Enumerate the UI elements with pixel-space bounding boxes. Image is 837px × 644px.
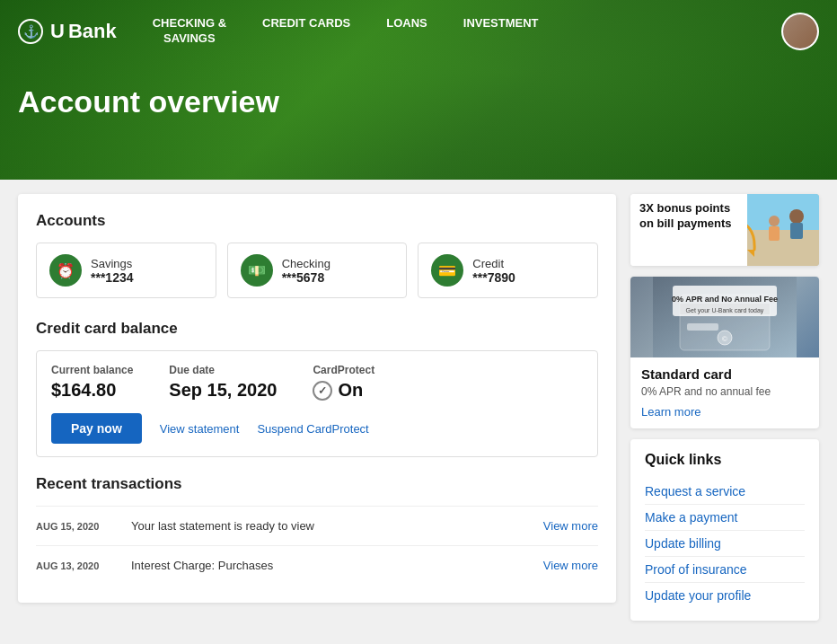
due-date-value: Sep 15, 2020 bbox=[169, 380, 277, 401]
page-title: Account overview bbox=[0, 63, 837, 119]
checking-number: ***5678 bbox=[282, 270, 330, 285]
avatar-image bbox=[783, 14, 817, 49]
arrow-icon bbox=[747, 216, 765, 260]
quick-link-2[interactable]: Update billing bbox=[645, 531, 805, 557]
transactions-title: Recent transactions bbox=[36, 475, 598, 493]
header: ⚓ UBank CHECKING & SAVINGS CREDIT CARDS … bbox=[0, 0, 837, 180]
logo[interactable]: ⚓ UBank bbox=[18, 19, 117, 44]
savings-info: Savings ***1234 bbox=[91, 257, 134, 285]
svg-text:0% APR and No Annual Fee: 0% APR and No Annual Fee bbox=[672, 295, 778, 304]
check-icon: ✓ bbox=[313, 381, 332, 401]
tx-date-0: AUG 15, 2020 bbox=[36, 521, 117, 532]
svg-text:©: © bbox=[722, 335, 727, 343]
accounts-title: Accounts bbox=[36, 212, 598, 230]
nav-links: CHECKING & SAVINGS CREDIT CARDS LOANS IN… bbox=[153, 16, 745, 47]
svg-rect-5 bbox=[769, 226, 780, 241]
tx-link-1[interactable]: View more bbox=[543, 559, 598, 572]
navigation: ⚓ UBank CHECKING & SAVINGS CREDIT CARDS … bbox=[0, 0, 837, 63]
due-date-item: Due date Sep 15, 2020 bbox=[169, 364, 277, 401]
credit-icon: 💳 bbox=[431, 254, 463, 287]
standard-card-promo[interactable]: 0% APR and No Annual Fee Get your U-Bank… bbox=[630, 277, 819, 428]
checking-info: Checking ***5678 bbox=[282, 257, 330, 285]
cardprotect-label: CardProtect bbox=[313, 364, 374, 376]
accounts-section: Accounts ⏰ Savings ***1234 💵 Checking **… bbox=[36, 212, 598, 298]
promo-bonus-label: 3X bonus points on bill payments bbox=[639, 201, 732, 230]
credit-info: Credit ***7890 bbox=[472, 257, 515, 285]
tx-desc-0: Your last statement is ready to view bbox=[131, 519, 529, 533]
quick-link-1[interactable]: Make a payment bbox=[645, 505, 805, 531]
tx-desc-1: Interest Charge: Purchases bbox=[131, 559, 529, 572]
logo-text: Bank bbox=[68, 20, 117, 43]
promo-img-block bbox=[747, 194, 819, 266]
nav-loans[interactable]: LOANS bbox=[386, 16, 427, 47]
credit-number: ***7890 bbox=[472, 270, 515, 285]
credit-balance-section: Credit card balance Current balance $164… bbox=[36, 320, 598, 457]
current-balance-item: Current balance $164.80 bbox=[51, 364, 133, 401]
promo-card-2-body: Standard card 0% APR and no annual fee L… bbox=[630, 357, 819, 428]
standard-card-sub: 0% APR and no annual fee bbox=[641, 385, 808, 398]
quick-link-4[interactable]: Update your profile bbox=[645, 583, 805, 608]
svg-marker-6 bbox=[747, 250, 754, 257]
right-panel: 3X bonus points on bill payments bbox=[630, 194, 819, 621]
main-content: Accounts ⏰ Savings ***1234 💵 Checking **… bbox=[0, 180, 837, 635]
svg-text:Get your U-Bank card today: Get your U-Bank card today bbox=[686, 307, 764, 314]
savings-number: ***1234 bbox=[91, 270, 134, 285]
quick-link-0[interactable]: Request a service bbox=[645, 479, 805, 505]
checking-icon: 💵 bbox=[241, 254, 273, 287]
logo-prefix: U bbox=[50, 20, 65, 43]
quick-link-3[interactable]: Proof of insurance bbox=[645, 557, 805, 583]
current-balance-label: Current balance bbox=[51, 364, 133, 376]
nav-investment[interactable]: INVESTMENT bbox=[463, 16, 539, 47]
savings-card[interactable]: ⏰ Savings ***1234 bbox=[36, 243, 216, 298]
logo-icon: ⚓ bbox=[18, 19, 43, 44]
credit-balance-box: Current balance $164.80 Due date Sep 15,… bbox=[36, 350, 598, 457]
cardprotect-item: CardProtect ✓ On bbox=[313, 364, 374, 401]
checking-name: Checking bbox=[282, 257, 330, 270]
tx-link-0[interactable]: View more bbox=[543, 519, 598, 533]
checking-card[interactable]: 💵 Checking ***5678 bbox=[227, 243, 408, 298]
nav-checking-savings[interactable]: CHECKING & SAVINGS bbox=[153, 16, 226, 47]
cardprotect-value: ✓ On bbox=[313, 380, 374, 401]
credit-balance-title: Credit card balance bbox=[36, 320, 598, 338]
transaction-row-0: AUG 15, 2020 Your last statement is read… bbox=[36, 506, 598, 545]
credit-name: Credit bbox=[472, 257, 515, 270]
svg-point-4 bbox=[769, 216, 780, 226]
balance-row: Current balance $164.80 Due date Sep 15,… bbox=[51, 364, 583, 401]
cardprotect-status: On bbox=[338, 380, 363, 401]
promo-card-2-img: 0% APR and No Annual Fee Get your U-Bank… bbox=[630, 277, 819, 357]
svg-rect-10 bbox=[687, 323, 718, 331]
arrow-overlay bbox=[747, 216, 765, 264]
quick-links-title: Quick links bbox=[645, 452, 805, 468]
credit-card[interactable]: 💳 Credit ***7890 bbox=[418, 243, 598, 298]
promo-bonus-card[interactable]: 3X bonus points on bill payments bbox=[630, 194, 819, 266]
pay-now-button[interactable]: Pay now bbox=[51, 413, 142, 444]
left-panel: Accounts ⏰ Savings ***1234 💵 Checking **… bbox=[18, 194, 616, 603]
savings-name: Savings bbox=[91, 257, 134, 270]
promo-bonus-text: 3X bonus points on bill payments bbox=[630, 194, 747, 266]
tx-date-1: AUG 13, 2020 bbox=[36, 560, 117, 571]
card-visual: 0% APR and No Annual Fee Get your U-Bank… bbox=[653, 277, 797, 357]
transaction-row-1: AUG 13, 2020 Interest Charge: Purchases … bbox=[36, 545, 598, 585]
suspend-cardprotect-link[interactable]: Suspend CardProtect bbox=[257, 422, 368, 436]
svg-point-2 bbox=[789, 209, 804, 224]
avatar[interactable] bbox=[781, 13, 819, 50]
action-links: Pay now View statement Suspend CardProte… bbox=[51, 413, 583, 444]
due-date-label: Due date bbox=[169, 364, 277, 376]
transactions-section: Recent transactions AUG 15, 2020 Your la… bbox=[36, 475, 598, 585]
savings-icon: ⏰ bbox=[49, 254, 82, 287]
svg-rect-3 bbox=[790, 223, 803, 239]
learn-more-link[interactable]: Learn more bbox=[641, 405, 700, 419]
nav-credit-cards[interactable]: CREDIT CARDS bbox=[262, 16, 350, 47]
account-cards: ⏰ Savings ***1234 💵 Checking ***5678 💳 bbox=[36, 243, 598, 298]
standard-card-title: Standard card bbox=[641, 366, 808, 382]
quick-links: Quick links Request a service Make a pay… bbox=[630, 439, 819, 621]
view-statement-link[interactable]: View statement bbox=[160, 422, 240, 436]
current-balance-value: $164.80 bbox=[51, 380, 133, 401]
promo-top: 3X bonus points on bill payments bbox=[630, 194, 819, 266]
